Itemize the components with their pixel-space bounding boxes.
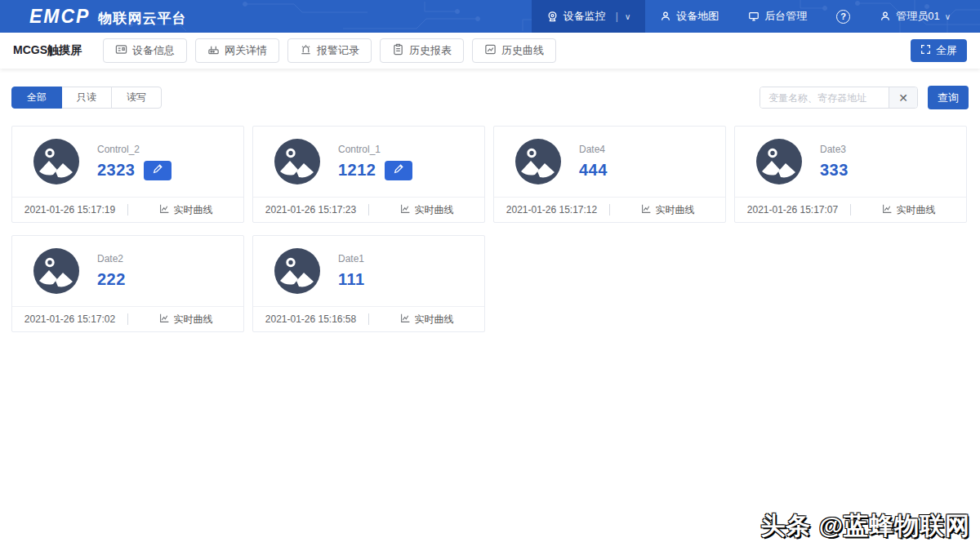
- curve-chart-icon: [159, 203, 170, 216]
- nav-label: 后台管理: [764, 9, 807, 24]
- realtime-curve-link[interactable]: 实时曲线: [369, 313, 484, 327]
- curve-label: 实时曲线: [415, 203, 454, 217]
- search-box: ✕: [760, 87, 918, 109]
- device-title: MCGS触摸屏: [13, 43, 82, 58]
- history-curve-button[interactable]: 历史曲线: [472, 38, 556, 63]
- update-timestamp: 2021-01-26 15:17:19: [12, 204, 127, 216]
- update-timestamp: 2021-01-26 15:16:58: [253, 313, 368, 325]
- chevron-down-icon: ∨: [945, 12, 951, 21]
- tab-read-write[interactable]: 读写: [111, 87, 162, 109]
- clear-search-button[interactable]: ✕: [889, 87, 917, 108]
- realtime-curve-link[interactable]: 实时曲线: [128, 313, 243, 327]
- edit-value-button[interactable]: [385, 161, 412, 180]
- variable-card: Control_1 1212 2021-01-26 15:17:23: [252, 126, 485, 223]
- image-placeholder-avatar: [33, 139, 79, 184]
- variable-name: Date1: [338, 253, 365, 264]
- update-timestamp: 2021-01-26 15:17:12: [494, 204, 609, 216]
- alarm-records-button[interactable]: 报警记录: [287, 38, 372, 63]
- update-timestamp: 2021-01-26 15:17:23: [253, 204, 368, 216]
- update-timestamp: 2021-01-26 15:17:02: [12, 313, 127, 325]
- history-report-button[interactable]: 历史报表: [380, 38, 464, 63]
- variable-value: 111: [338, 270, 365, 289]
- pencil-icon: [393, 163, 404, 177]
- realtime-curve-link[interactable]: 实时曲线: [128, 203, 243, 217]
- computer-icon: [748, 11, 760, 22]
- button-label: 历史报表: [409, 43, 452, 58]
- image-placeholder-avatar: [756, 139, 802, 184]
- logo-emcp-text: EMCP: [29, 6, 90, 28]
- id-card-icon: [115, 43, 127, 58]
- curve-chart-icon: [159, 313, 170, 326]
- router-icon: [207, 43, 220, 58]
- user-name-label: 管理员01: [896, 9, 939, 24]
- button-label: 设备信息: [132, 43, 175, 58]
- gateway-details-button[interactable]: 网关详情: [195, 38, 279, 63]
- nav-item-device-map[interactable]: 设备地图: [645, 0, 733, 33]
- variable-value: 333: [820, 161, 849, 180]
- app-logo: EMCP 物联网云平台: [29, 6, 186, 28]
- nav-label: 设备监控: [564, 9, 606, 24]
- logo-platform-text: 物联网云平台: [98, 9, 186, 28]
- variable-name: Control_2: [97, 144, 172, 155]
- nav-item-backend-admin[interactable]: 后台管理: [733, 0, 822, 33]
- header-nav: 设备监控 | ∨ 设备地图 后台管理 ?: [532, 0, 980, 33]
- device-toolbar: MCGS触摸屏 设备信息 网关详情 报警记录: [0, 33, 980, 69]
- button-label: 报警记录: [317, 43, 359, 58]
- curve-label: 实时曲线: [174, 203, 213, 217]
- realtime-curve-link[interactable]: 实时曲线: [610, 203, 725, 217]
- device-info-button[interactable]: 设备信息: [103, 38, 187, 63]
- variable-card: Date4 444 2021-01-26 15:17:12 实时曲线: [493, 126, 726, 223]
- realtime-curve-link[interactable]: 实时曲线: [851, 203, 966, 217]
- fullscreen-button[interactable]: 全屏: [911, 39, 967, 62]
- variable-card: Control_2 2323 2021-01-26 15:17:19: [11, 126, 244, 223]
- variable-card: Date3 333 2021-01-26 15:17:07 实时曲线: [734, 126, 967, 223]
- variable-card-grid: Control_2 2323 2021-01-26 15:17:19: [0, 109, 980, 332]
- read-write-filter-tabs: 全部 只读 读写: [11, 87, 162, 109]
- user-icon: [880, 11, 891, 22]
- chevron-down-icon[interactable]: ∨: [625, 12, 630, 21]
- fullscreen-icon: [920, 44, 931, 57]
- query-button[interactable]: 查询: [928, 86, 969, 109]
- image-placeholder-avatar: [274, 248, 320, 294]
- clipboard-icon: [392, 43, 404, 58]
- image-placeholder-avatar: [274, 139, 320, 184]
- curve-label: 实时曲线: [897, 203, 936, 217]
- variable-name: Date2: [97, 253, 126, 264]
- nav-label: 设备地图: [676, 9, 719, 24]
- variable-name: Date3: [820, 144, 849, 155]
- update-timestamp: 2021-01-26 15:17:07: [735, 204, 850, 216]
- variable-value: 1212: [338, 161, 376, 180]
- pencil-icon: [152, 163, 163, 177]
- variable-value: 2323: [97, 161, 136, 180]
- tab-all[interactable]: 全部: [11, 87, 62, 109]
- app-header: EMCP 物联网云平台 设备监控 | ∨ 设备地图: [0, 0, 980, 33]
- curve-label: 实时曲线: [656, 203, 695, 217]
- tab-read-only[interactable]: 只读: [61, 87, 112, 109]
- monitor-icon: [546, 11, 559, 23]
- nav-item-device-monitor[interactable]: 设备监控 | ∨: [532, 0, 645, 33]
- curve-chart-icon: [641, 203, 652, 216]
- nav-item-help[interactable]: ?: [822, 0, 865, 33]
- variable-search-input[interactable]: [760, 87, 889, 108]
- curve-chart-icon: [400, 203, 411, 216]
- curve-chart-icon: [400, 313, 411, 326]
- nav-item-user-menu[interactable]: 管理员01 ∨: [865, 0, 965, 33]
- help-icon: ?: [836, 10, 850, 24]
- close-icon: ✕: [898, 91, 908, 104]
- variable-name: Date4: [579, 144, 608, 155]
- realtime-curve-link[interactable]: 实时曲线: [369, 203, 484, 217]
- watermark-text: 头条 @蓝蜂物联网: [760, 509, 970, 543]
- chart-box-icon: [484, 43, 497, 58]
- button-label: 全屏: [936, 43, 957, 58]
- variable-value: 222: [97, 270, 126, 289]
- map-person-icon: [660, 11, 671, 22]
- curve-label: 实时曲线: [174, 313, 213, 327]
- curve-chart-icon: [882, 203, 893, 216]
- image-placeholder-avatar: [33, 248, 79, 294]
- alarm-siren-icon: [300, 43, 312, 58]
- curve-label: 实时曲线: [415, 313, 454, 327]
- image-placeholder-avatar: [515, 139, 561, 184]
- filter-bar: 全部 只读 读写 ✕ 查询: [0, 69, 980, 109]
- variable-card: Date2 222 2021-01-26 15:17:02 实时曲线: [11, 235, 244, 332]
- edit-value-button[interactable]: [144, 161, 172, 180]
